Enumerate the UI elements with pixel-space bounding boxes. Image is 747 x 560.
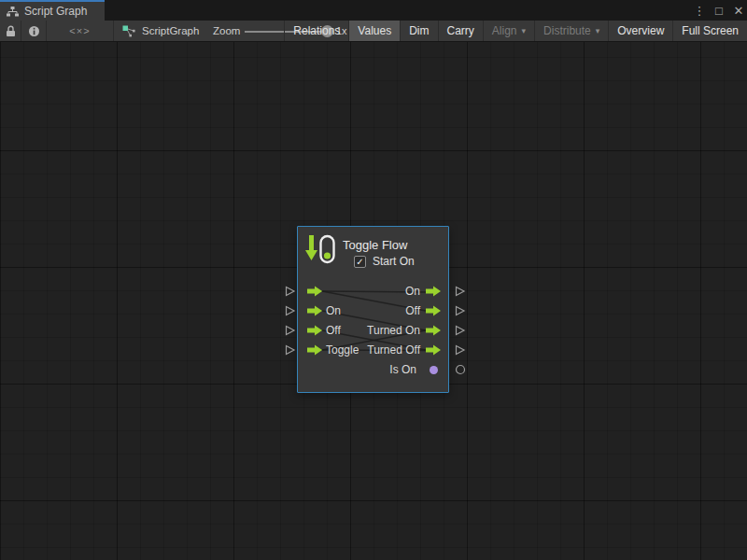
dim-button[interactable]: Dim	[400, 21, 437, 41]
carry-label: Carry	[447, 24, 474, 37]
value-output-port[interactable]	[430, 366, 438, 374]
output-port-label: On	[405, 285, 420, 298]
tab-bar: Script Graph ⋮ □ ✕	[0, 0, 747, 21]
align-button[interactable]: Align ▾	[483, 21, 534, 41]
graph-name-label: ScriptGraph	[142, 25, 199, 36]
full-screen-button[interactable]: Full Screen	[672, 21, 747, 41]
window-menu-icon[interactable]: ⋮	[693, 4, 706, 18]
overview-label: Overview	[617, 24, 664, 37]
distribute-label: Distribute	[543, 24, 591, 37]
start-on-checkbox[interactable]: ✓	[354, 256, 366, 268]
lock-icon	[6, 25, 16, 37]
tab-script-graph[interactable]: Script Graph	[0, 0, 105, 21]
chevron-down-icon: ▾	[522, 26, 527, 35]
external-output-port[interactable]	[455, 286, 466, 297]
close-icon[interactable]: ✕	[732, 4, 745, 18]
input-port-label: Off	[326, 324, 341, 337]
values-button[interactable]: Values	[348, 21, 400, 41]
external-input-port[interactable]	[285, 305, 296, 316]
external-output-port[interactable]	[455, 344, 466, 356]
tab-title: Script Graph	[24, 5, 87, 18]
carry-button[interactable]: Carry	[438, 21, 483, 41]
distribute-button[interactable]: Distribute ▾	[534, 21, 608, 41]
code-preview-button[interactable]: <×>	[47, 21, 114, 41]
dim-label: Dim	[409, 24, 429, 37]
flow-input-port[interactable]	[307, 344, 322, 356]
external-input-port[interactable]	[285, 344, 296, 356]
flow-output-port[interactable]	[426, 325, 441, 336]
external-value-port[interactable]	[455, 364, 466, 375]
external-input-port[interactable]	[285, 325, 296, 336]
output-port-label: Turned Off	[367, 343, 420, 357]
graph-canvas[interactable]: Toggle Flow ✓ Start On On Off Toggle On …	[0, 42, 747, 560]
info-button[interactable]	[21, 21, 47, 41]
chevron-down-icon: ▾	[596, 26, 600, 35]
flow-input-port[interactable]	[307, 305, 322, 316]
toolbar-button-group: Relations Values Dim Carry Align ▾ Distr…	[284, 21, 747, 41]
check-icon: ✓	[356, 258, 363, 267]
input-port-label: Toggle	[326, 343, 359, 357]
output-port-label: Turned On	[367, 324, 420, 337]
lock-button[interactable]	[0, 21, 21, 41]
flow-output-port[interactable]	[426, 305, 441, 316]
flow-input-port[interactable]	[307, 286, 322, 297]
zoom-label: Zoom	[213, 21, 240, 41]
external-output-port[interactable]	[455, 305, 466, 316]
toolbar: <×> ScriptGraph Zoom 1x Relations Values…	[0, 21, 747, 42]
window-controls: ⋮ □ ✕	[693, 0, 745, 21]
code-icon: <×>	[69, 25, 90, 36]
info-icon	[28, 25, 40, 37]
values-label: Values	[358, 24, 391, 37]
external-input-port[interactable]	[285, 286, 296, 297]
input-port-label: On	[326, 304, 341, 317]
script-graph-icon	[122, 24, 136, 37]
toggle-flow-node[interactable]: Toggle Flow ✓ Start On On Off Toggle On …	[297, 226, 449, 393]
toggle-flow-icon	[305, 234, 337, 266]
graph-tree-icon	[7, 7, 19, 17]
align-label: Align	[492, 24, 517, 37]
output-port-label: Off	[405, 304, 420, 317]
flow-output-port[interactable]	[426, 344, 441, 356]
output-port-label: Is On	[389, 363, 416, 376]
relations-button[interactable]: Relations	[284, 21, 348, 41]
graph-breadcrumb[interactable]: ScriptGraph	[122, 21, 199, 41]
flow-input-port[interactable]	[307, 325, 322, 336]
full-screen-label: Full Screen	[682, 24, 739, 37]
start-on-label: Start On	[373, 256, 415, 268]
flow-output-port[interactable]	[426, 286, 441, 297]
maximize-icon[interactable]: □	[712, 4, 726, 18]
relations-label: Relations	[293, 24, 340, 37]
overview-button[interactable]: Overview	[608, 21, 672, 41]
node-title: Toggle Flow	[343, 238, 407, 252]
external-output-port[interactable]	[455, 325, 466, 336]
